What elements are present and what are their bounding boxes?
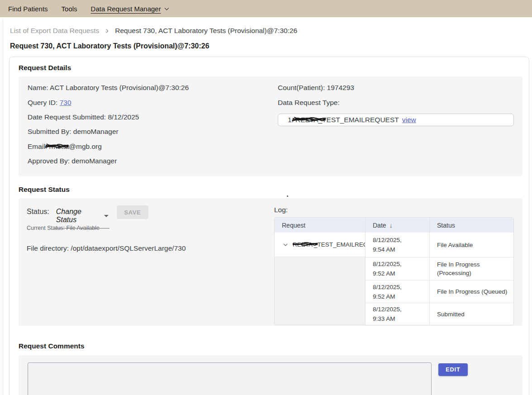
log-label: Log: [274,206,288,214]
log-request-cell-empty [275,257,365,280]
comment-textarea[interactable] [28,362,432,395]
sort-descending-icon: ↓ [390,221,393,229]
type-item-redacted-text: REETA_ [295,116,322,124]
log-status-cell: File Available [429,233,514,257]
email-label: Email: [28,143,49,151]
field-query-id: Query ID: 730 [28,95,189,109]
log-request-cell-empty [275,303,365,325]
nav-tools[interactable]: Tools [62,5,77,13]
log-request-cell: REETA _TEST_EMAILREQ... [275,233,365,257]
chevron-right-icon [104,28,110,34]
field-submitted-by: Submitted By: demoManager [28,124,189,139]
log-row-3: 8/12/2025, 9:52 AM File In Progress (Que… [275,280,513,303]
type-item-view-link[interactable]: view [402,116,416,124]
query-id-link[interactable]: 730 [60,99,71,107]
nav-data-request-manager-label: Data Request Manager [91,5,161,13]
log-row-1: REETA _TEST_EMAILREQ... 8/12/2025, 9:54 [275,233,513,257]
log-request-cell-empty [275,280,365,303]
log-date-cell: 8/12/2025, 9:54 AM [365,233,429,257]
request-details-right-column: Count(Patient): 1974293 Data Request Typ… [278,81,514,126]
stray-dot [287,195,288,197]
request-status-heading: Request Status [19,186,70,194]
nav-tools-label: Tools [62,5,77,13]
email-redacted-text: rmott [49,143,65,151]
chevron-down-icon [163,5,170,12]
log-date-cell: 8/12/2025, 9:33 AM [365,303,429,325]
status-label: Status: [27,205,49,216]
query-id-label: Query ID: [28,99,60,107]
email-visible-text: a@mgb.org [65,143,102,151]
field-date-submitted: Date Request Submitted: 8/12/2025 [28,110,189,124]
breadcrumb-list-link[interactable]: List of Export Data Requests [10,27,99,35]
request-details-left-column: Name: ACT Laboratory Tests (Provisional)… [28,81,189,168]
request-card: Request Details Name: ACT Laboratory Tes… [9,57,529,395]
file-directory-text: File directory: /opt/dataexport/SQLServe… [27,244,186,252]
edit-button[interactable]: EDIT [438,363,468,376]
log-status-cell: File In Progress (Processing) [429,257,514,280]
log-request-name: REETA _TEST_EMAILREQ... [293,241,365,248]
field-email: Email: rmott a@mgb.org [28,139,189,154]
field-approved-by: Approved By: demoManager [28,154,189,168]
page-title: Request 730, ACT Laboratory Tests (Provi… [10,42,209,50]
log-date-cell: 8/12/2025, 9:52 AM [365,280,429,303]
field-count-patient: Count(Patient): 1974293 [278,81,514,95]
nav-find-patients-label: Find Patients [8,5,48,13]
log-col-status[interactable]: Status [429,218,514,233]
current-status-text: Current Status: File Available [27,225,100,231]
breadcrumb-current: Request 730, ACT Laboratory Tests (Provi… [115,27,297,35]
field-name: Name: ACT Laboratory Tests (Provisional)… [28,81,189,95]
log-col-request[interactable]: Request [275,218,365,233]
request-status-panel: Status: Change Status SAVE Current Statu… [19,198,522,326]
nav-data-request-manager[interactable]: Data Request Manager [91,5,170,13]
top-menu-bar: Find Patients Tools Data Request Manager [0,0,532,17]
log-row-4: 8/12/2025, 9:33 AM Submitted [275,303,513,325]
log-date-cell: 8/12/2025, 9:52 AM [365,257,429,280]
log-request-redacted-text: REETA [293,241,314,248]
request-comments-heading: Request Comments [19,342,85,350]
type-item-number: 1. [288,116,294,124]
request-details-heading: Request Details [19,64,71,72]
change-status-value: Change Status [56,208,101,224]
log-status-cell: File In Progress (Queued) [429,280,514,303]
log-row-2: 8/12/2025, 9:52 AM File In Progress (Pro… [275,257,513,280]
save-button[interactable]: SAVE [117,205,148,219]
field-data-request-type-label: Data Request Type: [278,95,514,109]
page-left-divider [3,19,3,395]
log-status-cell: Submitted [429,303,514,325]
log-table: Request Date ↓ Status REETA [274,217,514,325]
type-item-name: TEST_EMAILREQUEST [322,116,399,124]
breadcrumb: List of Export Data Requests Request 730… [10,27,297,35]
data-request-type-item: 1. REETA_ TEST_EMAILREQUEST view [278,114,514,126]
nav-find-patients[interactable]: Find Patients [8,5,48,13]
log-table-header: Request Date ↓ Status [275,218,513,233]
select-caret-icon [104,215,109,217]
log-col-date[interactable]: Date ↓ [365,218,429,233]
request-details-panel: Name: ACT Laboratory Tests (Provisional)… [19,76,522,176]
request-comments-panel: EDIT [19,355,522,395]
expand-row-icon[interactable] [282,241,289,248]
